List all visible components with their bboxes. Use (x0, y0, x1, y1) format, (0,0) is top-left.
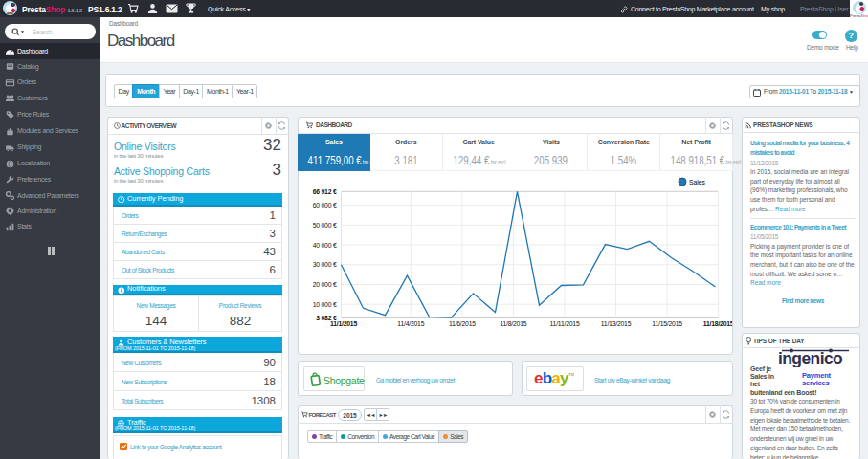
svg-text:10 000 €: 10 000 € (313, 301, 337, 308)
svg-text:11/4/2015: 11/4/2015 (397, 320, 424, 327)
svg-text:66 912 €: 66 912 € (313, 188, 337, 195)
svg-text:60 000 €: 60 000 € (313, 202, 337, 208)
svg-text:20 000 €: 20 000 € (313, 281, 337, 288)
svg-text:11/1/2015: 11/1/2015 (330, 320, 357, 327)
svg-text:30 000 €: 30 000 € (313, 261, 337, 268)
svg-text:11/13/2015: 11/13/2015 (601, 320, 632, 327)
svg-text:11/18/2015: 11/18/2015 (703, 320, 732, 327)
svg-text:11/11/2015: 11/11/2015 (549, 320, 579, 327)
svg-text:50 000 €: 50 000 € (313, 222, 337, 229)
svg-text:11/6/2015: 11/6/2015 (449, 320, 476, 327)
svg-text:Sales: Sales (689, 179, 706, 186)
svg-text:11/8/2015: 11/8/2015 (500, 320, 526, 327)
svg-text:11/15/2015: 11/15/2015 (652, 320, 682, 327)
svg-text:40 000 €: 40 000 € (313, 242, 337, 249)
